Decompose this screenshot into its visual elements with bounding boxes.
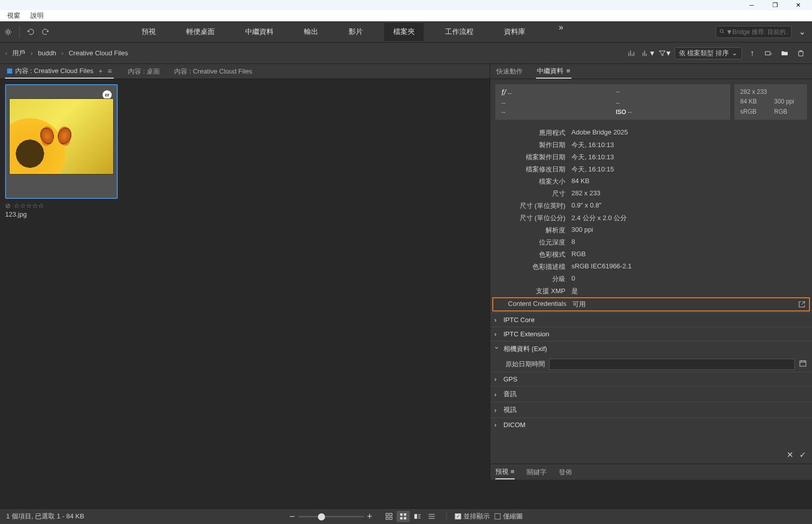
side-by-side-toggle[interactable]: ✓ 並排顯示 — [455, 512, 490, 521]
star-rating[interactable]: ☆☆☆☆☆ — [14, 202, 44, 209]
calendar-icon[interactable] — [799, 359, 807, 369]
search-input[interactable] — [732, 28, 788, 36]
section-audio[interactable]: ›音訊 — [490, 386, 812, 402]
svg-rect-7 — [390, 517, 392, 519]
summary-dimensions: 282 x 233 — [740, 88, 767, 96]
search-box[interactable]: ▾ — [716, 26, 792, 38]
thumbnail-item[interactable]: cr — [5, 84, 118, 199]
thumbnail-only-toggle[interactable]: 僅縮圖 — [495, 512, 523, 521]
bottom-tab-keywords[interactable]: 關鍵字 — [527, 466, 547, 479]
section-iptc-ext[interactable]: ›IPTC Extension — [490, 327, 812, 341]
panel-menu-icon[interactable]: ≡ — [566, 67, 570, 75]
crumb-buddh[interactable]: buddh — [38, 49, 56, 57]
svg-rect-8 — [400, 513, 403, 516]
tab-output[interactable]: 輸出 — [295, 23, 327, 41]
tab-preview[interactable]: 預視 — [132, 23, 165, 41]
view-grid-icon[interactable] — [397, 511, 410, 522]
breadcrumb: › 用戶 › buddh › Creative Cloud Files — [5, 49, 128, 58]
crumb-ccfiles[interactable]: Creative Cloud Files — [69, 49, 128, 57]
view-list-icon[interactable] — [425, 511, 438, 522]
slider-track[interactable] — [298, 516, 364, 517]
svg-rect-6 — [386, 517, 389, 519]
section-iptc-core[interactable]: ›IPTC Core — [490, 312, 812, 327]
bottom-tab-preview[interactable]: 預視≡ — [495, 465, 515, 479]
tab-menu-icon[interactable]: ≡ — [108, 67, 112, 75]
meta-value: 可用 — [572, 300, 806, 309]
reject-icon[interactable]: ⊘ — [5, 202, 11, 209]
zoom-in-icon[interactable]: + — [367, 511, 373, 522]
histogram-dropdown-icon[interactable]: ▾ — [642, 47, 654, 59]
panel-menu-icon[interactable]: ≡ — [511, 468, 515, 475]
content-credentials-row[interactable]: Content Credentials 可用 — [492, 297, 810, 311]
view-detail-icon[interactable] — [411, 511, 424, 522]
sort-dropdown[interactable]: 依 檔案類型 排序 ⌄ — [674, 47, 742, 59]
app-logo-icon[interactable] — [2, 26, 14, 38]
meta-label: 支援 XMP — [505, 287, 571, 296]
bottom-tab-publish[interactable]: 發佈 — [559, 466, 572, 479]
section-video[interactable]: ›視訊 — [490, 402, 812, 417]
add-tab-icon[interactable]: + — [98, 67, 103, 75]
section-dicom[interactable]: ›DICOM — [490, 417, 812, 432]
section-gps[interactable]: ›GPS — [490, 372, 812, 386]
tab-workflow[interactable]: 工作流程 — [436, 23, 483, 41]
chevron-right-icon: › — [494, 316, 499, 324]
menu-help[interactable]: 說明 — [25, 10, 49, 21]
menu-window[interactable]: 視窗 — [2, 10, 25, 21]
tab-library[interactable]: 資料庫 — [495, 23, 534, 41]
tab-essentials[interactable]: 輕便桌面 — [177, 23, 224, 41]
close-button[interactable]: ✕ — [787, 0, 810, 10]
minimize-button[interactable]: ─ — [740, 0, 763, 10]
zoom-slider[interactable]: − + — [289, 511, 372, 522]
redo-button[interactable] — [39, 26, 51, 38]
import-icon[interactable] — [762, 47, 774, 59]
svg-rect-9 — [404, 513, 407, 516]
toggle-label: 僅縮圖 — [503, 512, 523, 521]
folder-color-icon — [7, 68, 12, 74]
section-camera-exif[interactable]: ›相機資料 (Exif) — [490, 341, 812, 357]
trash-icon[interactable] — [795, 47, 807, 59]
meta-value: 2.4 公分 x 2.0 公分 — [571, 214, 807, 223]
chevron-right-icon: › — [494, 406, 499, 414]
svg-rect-12 — [415, 514, 417, 518]
status-items-label: 1 個項目, 已選取 1 - 84 KB — [6, 512, 84, 521]
tab-metadata[interactable]: 中繼資料 — [236, 23, 283, 41]
search-dropdown-icon[interactable]: ⌄ — [796, 26, 808, 38]
panel-tab-content-cc[interactable]: 內容 : Creative Cloud Files + ≡ — [5, 64, 114, 79]
thumbnails-grid[interactable]: cr ⊘ ☆☆☆☆☆ 123.jpg — [0, 79, 490, 480]
open-folder-icon[interactable] — [779, 47, 791, 59]
sort-direction-icon[interactable]: ↑ — [746, 47, 758, 59]
crumb-user[interactable]: 用戶 — [12, 49, 25, 58]
panel-tab-content-desktop[interactable]: 內容 : 桌面 — [128, 67, 160, 76]
histogram-icon[interactable] — [626, 47, 638, 59]
meta-label: 位元深度 — [505, 238, 571, 247]
filter-icon[interactable]: ▾ — [658, 47, 670, 59]
tabs-overflow-icon[interactable]: » — [559, 23, 563, 41]
menu-bar: 視窗 說明 — [0, 10, 812, 21]
undo-button[interactable] — [25, 26, 37, 38]
tab-quick-actions[interactable]: 快速動作 — [495, 65, 524, 78]
zoom-out-icon[interactable]: − — [289, 511, 295, 522]
svg-rect-11 — [404, 517, 407, 519]
tab-folder[interactable]: 檔案夾 — [384, 23, 424, 41]
meta-value: 是 — [571, 287, 807, 296]
apply-metadata-button[interactable]: ✓ — [799, 450, 806, 460]
meta-label: 尺寸 (單位英吋) — [505, 201, 571, 211]
maximize-button[interactable]: ❐ — [763, 0, 787, 10]
content-panel: 內容 : Creative Cloud Files + ≡ 內容 : 桌面 內容… — [0, 64, 490, 480]
exif-date-input[interactable] — [549, 359, 795, 370]
main-toolbar: 預視 輕便桌面 中繼資料 輸出 影片 檔案夾 工作流程 資料庫 » ▾ ⌄ — [0, 21, 812, 43]
search-icon — [719, 27, 725, 37]
rating-row[interactable]: ⊘ ☆☆☆☆☆ — [5, 202, 485, 209]
view-grid-small-icon[interactable] — [383, 511, 396, 522]
tab-video[interactable]: 影片 — [340, 23, 372, 41]
checkbox-icon — [495, 513, 501, 519]
panel-tab-content-cc2[interactable]: 內容 : Creative Cloud Files — [174, 67, 252, 76]
slider-thumb[interactable] — [318, 513, 325, 520]
summary-ppi: 300 ppi — [774, 98, 801, 106]
summary-rgb: RGB — [774, 108, 801, 116]
open-external-icon[interactable] — [798, 300, 806, 310]
tab-metadata-side[interactable]: 中繼資料 ≡ — [536, 64, 571, 79]
cancel-metadata-button[interactable]: ✕ — [787, 450, 793, 460]
chevron-down-icon: ⌄ — [732, 49, 737, 57]
meta-value: 8 — [571, 238, 807, 247]
